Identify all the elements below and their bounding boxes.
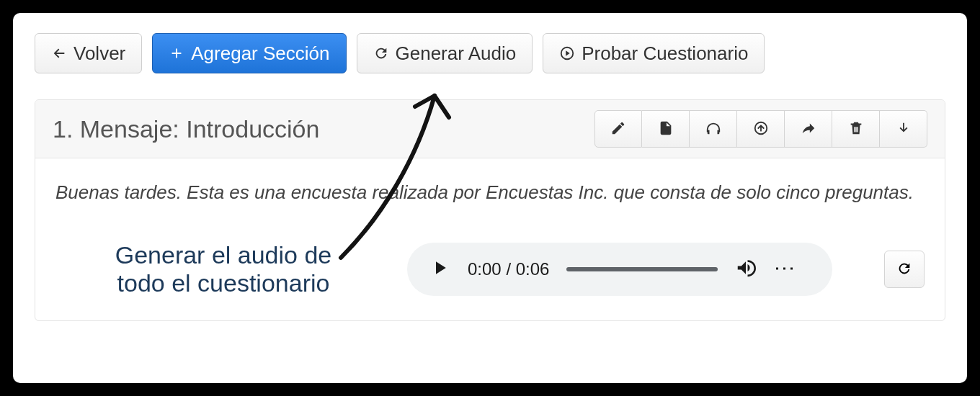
annotation-caption: Generar el audio de todo el cuestionario [55,241,387,297]
arrow-left-icon [51,45,67,61]
more-options-icon[interactable]: ⋮ [775,258,795,280]
section-title: 1. Mensaje: Introducción [53,115,319,143]
file-icon [658,120,674,138]
audio-progress-track[interactable] [566,267,718,271]
audio-player[interactable]: 0:00 / 0:06 ⋮ [407,243,832,296]
test-questionnaire-button[interactable]: Probar Cuestionario [543,33,765,73]
delete-button[interactable] [832,110,880,148]
play-icon[interactable] [429,257,450,282]
audio-duration: 0:06 [516,259,550,279]
section-action-group [594,110,927,148]
trash-icon [848,120,864,138]
edit-button[interactable] [594,110,642,148]
audio-current-time: 0:00 [468,259,502,279]
generate-audio-button[interactable]: Generar Audio [357,33,533,73]
upload-icon [753,120,769,138]
volume-icon[interactable] [735,257,757,282]
share-button[interactable] [785,110,832,148]
section-body: Buenas tardes. Esta es una encuesta real… [35,158,945,320]
back-button-label: Volver [74,42,125,65]
copy-button[interactable] [642,110,690,148]
annotation-line2: todo el cuestionario [117,269,330,297]
pencil-icon [610,120,626,138]
plus-icon [169,45,184,61]
generate-audio-button-label: Generar Audio [396,42,517,65]
annotation-line1: Generar el audio de [115,241,332,269]
top-toolbar: Volver Agregar Sección Generar Audio Pro… [35,33,945,73]
back-button[interactable]: Volver [35,33,142,73]
listen-button[interactable] [690,110,737,148]
headphones-icon [705,120,721,138]
play-circle-icon [559,45,575,61]
add-section-button-label: Agregar Sección [191,42,329,65]
add-section-button[interactable]: Agregar Sección [152,33,346,73]
regenerate-audio-button[interactable] [884,251,925,288]
refresh-icon [896,261,912,279]
section-lower-row: Generar el audio de todo el cuestionario… [55,241,925,297]
upload-button[interactable] [737,110,785,148]
section-message-text: Buenas tardes. Esta es una encuesta real… [55,181,925,204]
refresh-icon [373,45,389,61]
audio-time: 0:00 / 0:06 [468,259,549,279]
share-icon [801,120,816,138]
section-header: 1. Mensaje: Introducción [35,100,945,158]
test-questionnaire-button-label: Probar Cuestionario [582,42,748,65]
section-card: 1. Mensaje: Introducción [35,99,945,321]
arrow-down-icon [896,120,912,138]
move-down-button[interactable] [880,110,927,148]
